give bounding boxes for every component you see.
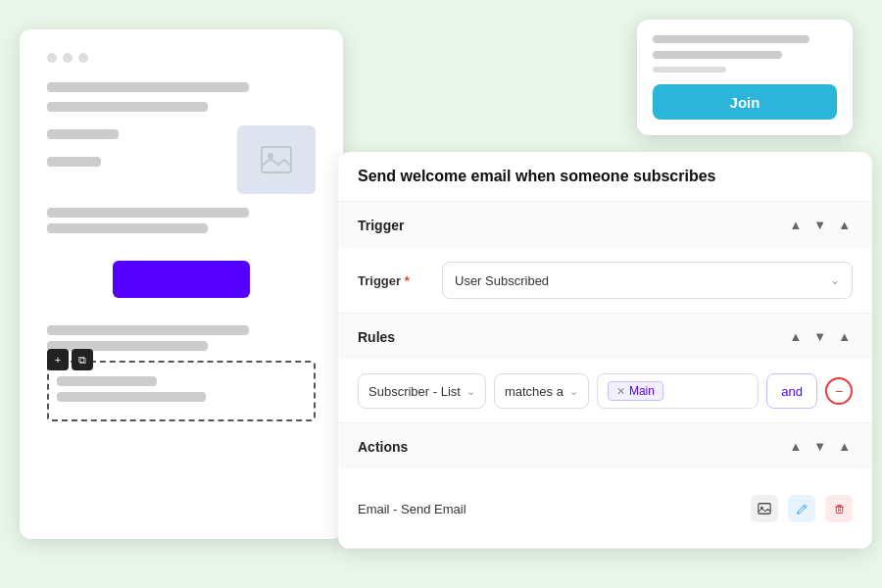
actions-section: Actions ▲ ▼ ▲ Email - Send Email (338, 423, 872, 549)
rules-down-btn[interactable]: ▼ (811, 327, 828, 346)
matches-label: matches a (505, 384, 564, 399)
mockup-line-1 (47, 82, 249, 92)
actions-collapse-btn[interactable]: ▲ (836, 437, 853, 456)
and-button[interactable]: and (766, 373, 817, 409)
mockup-content-row (47, 125, 316, 194)
subscriber-list-label: Subscriber - List (368, 384, 461, 399)
subscriber-list-arrow: ⌄ (466, 385, 475, 398)
tag-remove-x[interactable]: ✕ (616, 385, 625, 398)
dot-red (47, 53, 57, 63)
mockup-edit-controls: + ⧉ (47, 349, 93, 370)
copy-control-btn[interactable]: ⧉ (72, 349, 93, 370)
rules-up-btn[interactable]: ▲ (787, 327, 804, 346)
rules-section-title: Rules (358, 329, 395, 345)
rules-row: Subscriber - List ⌄ matches a ⌄ ✕ Main a… (358, 373, 853, 409)
add-control-btn[interactable]: + (47, 349, 69, 370)
mockup-line-7 (47, 325, 249, 335)
actions-down-btn[interactable]: ▼ (811, 437, 828, 456)
dot-yellow (63, 53, 73, 63)
mockup-line-6 (47, 223, 208, 233)
tag-label: Main (629, 384, 655, 398)
trigger-up-btn[interactable]: ▲ (787, 216, 804, 234)
trigger-selected-value: User Subscribed (455, 273, 549, 288)
trigger-row: Trigger * User Subscribed ⌄ (358, 262, 853, 299)
matches-arrow: ⌄ (569, 385, 578, 398)
mockup-image (237, 125, 316, 194)
remove-rule-btn[interactable]: − (825, 377, 853, 405)
join-card-line-1 (653, 35, 809, 43)
actions-section-body: Email - Send Email (338, 469, 872, 548)
join-card-subline (653, 67, 726, 73)
action-icons-group (751, 495, 853, 522)
svg-rect-0 (262, 147, 291, 172)
svg-rect-2 (759, 504, 770, 514)
trigger-section: Trigger ▲ ▼ ▲ Trigger * User Subscribed … (338, 202, 872, 314)
subscriber-list-dropdown[interactable]: Subscriber - List ⌄ (358, 373, 486, 409)
action-delete-btn[interactable] (825, 495, 853, 522)
automation-title: Send welcome email when someone subscrib… (338, 152, 872, 202)
website-mockup: + ⧉ (20, 29, 343, 539)
trigger-section-controls: ▲ ▼ ▲ (787, 216, 853, 234)
trigger-down-btn[interactable]: ▼ (811, 216, 828, 234)
main-tag: ✕ Main (608, 381, 663, 401)
rules-section-body: Subscriber - List ⌄ matches a ⌄ ✕ Main a… (338, 360, 872, 422)
mockup-line-2 (47, 102, 208, 112)
trigger-section-header: Trigger ▲ ▼ ▲ (338, 202, 872, 248)
actions-section-header: Actions ▲ ▼ ▲ (338, 423, 872, 469)
action-edit-btn[interactable] (788, 495, 815, 522)
svg-line-4 (804, 506, 806, 508)
join-card-line-2 (653, 51, 782, 59)
trigger-field-label: Trigger * (358, 273, 426, 288)
join-popup-card: Join (637, 20, 853, 135)
rules-section-controls: ▲ ▼ ▲ (787, 327, 853, 346)
actions-section-title: Actions (358, 439, 408, 455)
mockup-selected-area: + ⧉ (47, 361, 316, 421)
mockup-line-4 (47, 157, 101, 167)
mockup-line-3 (47, 129, 119, 139)
window-dots (47, 53, 316, 63)
rules-section-header: Rules ▲ ▼ ▲ (338, 314, 872, 360)
tag-input[interactable]: ✕ Main (597, 373, 759, 409)
dot-green (78, 53, 88, 63)
required-indicator: * (401, 273, 410, 288)
automation-panel: Send welcome email when someone subscrib… (338, 152, 872, 549)
action-item-label: Email - Send Email (358, 502, 466, 516)
action-preview-btn[interactable] (751, 495, 778, 522)
trigger-section-title: Trigger (358, 218, 404, 233)
svg-rect-5 (836, 507, 843, 514)
rules-section: Rules ▲ ▼ ▲ Subscriber - List ⌄ matches … (338, 314, 872, 423)
mockup-text-lines (47, 125, 225, 176)
join-button[interactable]: Join (653, 84, 837, 120)
mockup-selected-line-1 (57, 376, 157, 386)
mockup-selected-line-2 (57, 392, 206, 402)
actions-up-btn[interactable]: ▲ (787, 437, 804, 456)
trigger-dropdown[interactable]: User Subscribed ⌄ (442, 262, 853, 299)
actions-section-controls: ▲ ▼ ▲ (787, 437, 853, 456)
rules-collapse-btn[interactable]: ▲ (836, 327, 853, 346)
trigger-section-body: Trigger * User Subscribed ⌄ (338, 248, 872, 313)
matches-dropdown[interactable]: matches a ⌄ (494, 373, 589, 409)
action-row: Email - Send Email (358, 483, 853, 534)
mockup-line-5 (47, 208, 249, 218)
trigger-collapse-btn[interactable]: ▲ (836, 216, 853, 234)
trigger-dropdown-arrow: ⌄ (830, 273, 840, 287)
mockup-cta-button (113, 261, 250, 298)
